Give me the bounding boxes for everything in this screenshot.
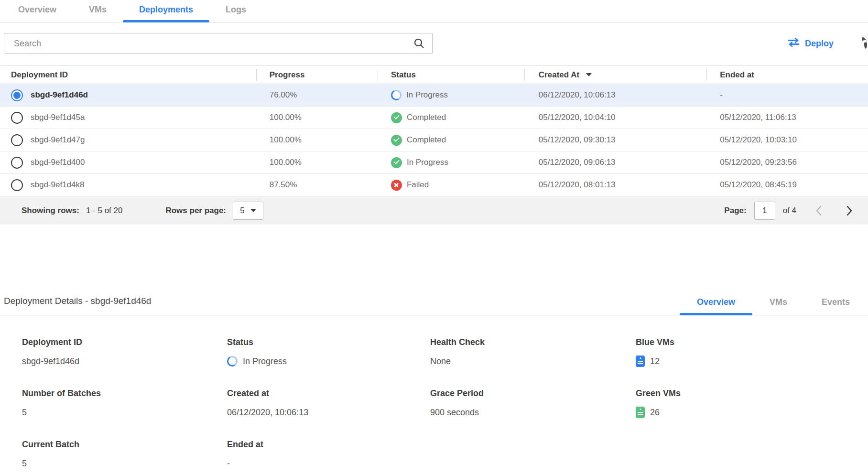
deployment-id-value: sbgd-9ef1d400 [31,158,85,167]
detail-field: Number of Batches 5 [22,388,227,418]
ended-at-value: 05/12/2020, 11:06:13 [706,113,868,122]
detail-field: Grace Period 900 seconds [430,388,636,418]
row-radio-button[interactable] [11,112,23,124]
status-label: In Progress [407,158,448,167]
main-tab-bar: OverviewVMsDeploymentsLogs [0,0,868,22]
details-section-header: Deployment Details - sbgd-9ef1d46d Overv… [0,292,868,315]
search-input[interactable] [4,33,433,54]
green-vm-icon [636,407,645,418]
column-header-created-at[interactable]: Created At [524,66,706,84]
table-row[interactable]: sbgd-9ef1d45a 100.00% Completed 05/12/20… [0,107,868,129]
detail-field-value: 12 [636,356,868,367]
chevron-down-icon [250,209,256,212]
row-radio-button[interactable] [11,134,23,146]
detail-field: Status In Progress [227,337,430,367]
row-radio-button[interactable] [11,89,23,101]
tab-logs[interactable]: Logs [209,0,262,22]
deployment-id-value: sbgd-9ef1d46d [31,90,88,100]
detail-field-value: 900 seconds [430,407,636,418]
showing-rows-value: 1 - 5 of 20 [86,206,123,215]
detail-field-value: 26 [636,407,868,418]
detail-field: Ended at - [227,440,430,469]
ended-at-value: 05/12/2020, 10:03:10 [706,135,868,145]
next-page-button[interactable] [841,203,857,219]
details-tab-events[interactable]: Events [804,292,867,315]
row-radio-button[interactable] [11,157,23,169]
deploy-button[interactable]: Deploy [787,38,834,49]
detail-field-value: 06/12/2020, 10:06:13 [227,407,430,418]
ended-at-value: 05/12/2020, 09:23:56 [706,158,868,167]
detail-field: Current Batch 5 [22,440,227,469]
completed-check-icon [391,135,402,146]
detail-field-label: Blue VMs [636,337,868,347]
rows-per-page-label: Rows per page: [165,206,226,215]
deployments-table: Deployment ID Progress Status Created At… [0,65,868,225]
deployment-id-value: sbgd-9ef1d4k8 [31,180,84,190]
detail-field-label: Current Batch [22,440,227,450]
detail-field-value: 5 [22,407,227,418]
created-at-value: 05/12/2020, 09:06:13 [524,158,706,167]
swap-arrows-icon [787,38,800,49]
deploy-button-label: Deploy [805,39,834,49]
search-icon[interactable] [413,38,425,49]
detail-field: Health Check None [430,337,636,367]
tab-deployments[interactable]: Deployments [123,0,209,22]
column-header-ended-at: Ended at [706,66,868,84]
details-title: Deployment Details - sbgd-9ef1d46d [4,296,151,315]
failed-x-icon [391,180,402,191]
progress-value: 100.00% [256,158,378,167]
details-tab-overview[interactable]: Overview [680,292,752,315]
status-label: Failed [407,180,429,190]
search-box [4,33,433,54]
detail-field-label: Health Check [430,337,636,347]
table-row[interactable]: sbgd-9ef1d400 100.00% In Progress 05/12/… [0,151,868,174]
details-tab-bar: OverviewVMsEvents [680,292,867,315]
detail-field-label: Deployment ID [22,337,227,347]
deployment-id-value: sbgd-9ef1d47g [31,135,85,145]
table-row[interactable]: sbgd-9ef1d46d 76.00% In Progress 06/12/2… [0,84,868,107]
created-at-value: 05/12/2020, 08:01:13 [524,180,706,190]
ended-at-value: - [706,90,868,100]
table-header-row: Deployment ID Progress Status Created At… [0,66,868,84]
sort-desc-icon [586,73,592,76]
detail-field-value: sbgd-9ef1d46d [22,356,227,367]
detail-field: Created at 06/12/2020, 10:06:13 [227,388,430,418]
column-header-progress: Progress [256,66,378,84]
detail-field-label: Number of Batches [22,388,227,399]
table-row[interactable]: sbgd-9ef1d4k8 87.50% Failed 05/12/2020, … [0,174,868,196]
progress-value: 76.00% [256,90,378,100]
column-header-deployment-id: Deployment ID [0,66,256,84]
detail-field-value: None [430,356,636,367]
detail-field-label: Created at [227,388,430,399]
row-radio-button[interactable] [11,179,23,191]
showing-rows-label: Showing rows: [22,206,79,215]
details-tab-vms[interactable]: VMs [752,292,804,315]
page-number-input[interactable] [754,202,775,220]
detail-field-value: In Progress [227,356,430,367]
ended-at-value: 05/12/2020, 08:45:19 [706,180,868,190]
detail-field: Deployment ID sbgd-9ef1d46d [22,337,227,367]
tab-overview[interactable]: Overview [2,0,73,22]
column-header-status: Status [378,66,524,84]
tab-vms[interactable]: VMs [73,0,123,22]
status-label: In Progress [406,90,448,100]
completed-check-icon [391,112,402,123]
rows-per-page-select[interactable]: 5 [233,202,263,220]
completed-check-icon [391,157,402,168]
detail-field-value: 5 [22,458,227,469]
created-at-value: 05/12/2020, 09:30:13 [524,135,706,145]
progress-value: 100.00% [256,113,378,122]
status-label: Completed [407,135,446,145]
detail-field: Green VMs 26 [636,388,868,418]
previous-page-button[interactable] [811,203,827,219]
created-at-value: 06/12/2020, 10:06:13 [524,90,706,100]
detail-field-label: Ended at [227,440,430,450]
table-footer: Showing rows: 1 - 5 of 20 Rows per page:… [0,196,868,225]
blue-vm-icon [636,356,645,367]
status-label: Completed [407,113,446,122]
detail-field-label: Green VMs [636,388,868,399]
table-row[interactable]: sbgd-9ef1d47g 100.00% Completed 05/12/20… [0,129,868,151]
detail-field: Blue VMs 12 [636,337,868,367]
created-at-value: 05/12/2020, 10:04:10 [524,113,706,122]
refresh-button[interactable] [858,36,868,51]
